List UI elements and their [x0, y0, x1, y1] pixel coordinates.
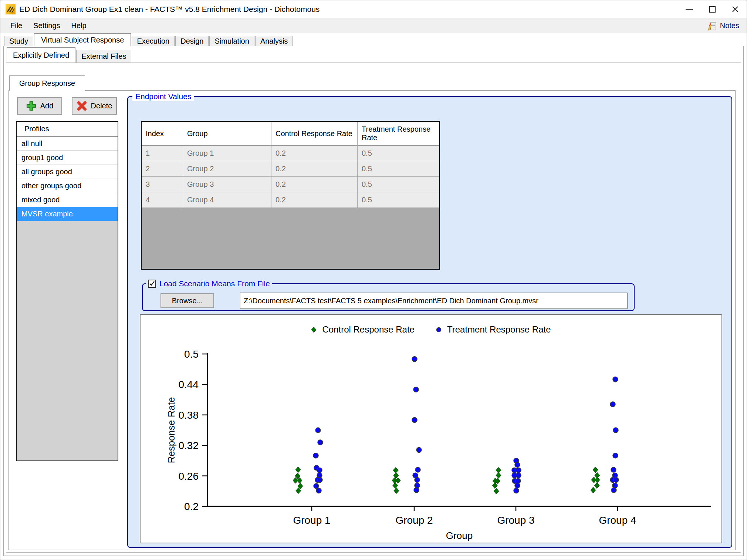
- delete-x-icon: [77, 101, 87, 111]
- menu-help[interactable]: Help: [66, 18, 92, 33]
- table-cell: 0.2: [271, 161, 358, 177]
- table-cell: 4: [142, 192, 183, 208]
- svg-text:0.32: 0.32: [179, 440, 199, 451]
- add-button[interactable]: Add: [17, 97, 62, 115]
- app-logo-icon: [6, 4, 16, 15]
- window-title: ED Dich Dominant Group Ex1 clean - FACTS…: [19, 5, 320, 14]
- svg-text:Response Rate: Response Rate: [166, 397, 177, 463]
- table-cell: 3: [142, 177, 183, 192]
- profile-item-mixed-good[interactable]: mixed good: [17, 193, 118, 207]
- delete-button[interactable]: Delete: [72, 97, 117, 115]
- tab-analysis[interactable]: Analysis: [255, 36, 293, 46]
- close-button[interactable]: [724, 0, 747, 18]
- endpoint-values-groupbox: Endpoint Values Index Group Control Resp…: [127, 92, 732, 548]
- table-cell: 0.5: [358, 192, 439, 208]
- table-cell: 2: [142, 161, 183, 177]
- tab-group-response[interactable]: Group Response: [9, 75, 85, 91]
- load-scenario-legend: Load Scenario Means From File: [146, 279, 272, 288]
- close-icon: [731, 5, 739, 13]
- profiles-list-empty-area: [17, 221, 118, 461]
- tab-virtual-subject-response[interactable]: Virtual Subject Response: [34, 33, 131, 46]
- svg-text:0.38: 0.38: [179, 409, 199, 421]
- table-cell: Group 4: [183, 192, 271, 208]
- main-tab-strip: Study Virtual Subject Response Execution…: [4, 33, 294, 46]
- svg-text:Group: Group: [446, 530, 473, 541]
- minimize-button[interactable]: [678, 0, 701, 18]
- add-button-label: Add: [40, 102, 54, 110]
- window-controls: [678, 0, 747, 18]
- table-cell: Group 3: [183, 177, 271, 192]
- load-scenario-checkbox[interactable]: [148, 280, 156, 288]
- scatter-plot: 0.20.260.320.380.440.5Group 1Group 2Grou…: [141, 315, 721, 543]
- col-header-control-response-rate: Control Response Rate: [271, 122, 358, 146]
- profile-item-other-groups-good[interactable]: other groups good: [17, 179, 118, 193]
- svg-text:0.5: 0.5: [184, 348, 199, 360]
- profile-item-all-null[interactable]: all null: [17, 137, 118, 151]
- tab-external-files[interactable]: External Files: [76, 50, 131, 63]
- maximize-button[interactable]: [701, 0, 724, 18]
- notes-button[interactable]: Notes: [707, 21, 739, 31]
- tab-explicitly-defined[interactable]: Explicitly Defined: [7, 47, 75, 63]
- load-scenario-groupbox: Load Scenario Means From File Browse...: [142, 279, 635, 311]
- secondary-tab-strip: Explicitly Defined External Files: [7, 47, 132, 63]
- endpoint-values-title: Endpoint Values: [132, 92, 194, 101]
- tab-simulation[interactable]: Simulation: [209, 36, 254, 46]
- minimize-icon: [686, 9, 693, 10]
- table-cell: 0.2: [271, 177, 358, 192]
- file-path-input[interactable]: [240, 293, 628, 309]
- svg-text:0.44: 0.44: [179, 379, 199, 390]
- col-header-group: Group: [183, 122, 271, 146]
- title-bar: ED Dich Dominant Group Ex1 clean - FACTS…: [0, 0, 747, 18]
- svg-text:Group 2: Group 2: [395, 515, 433, 526]
- app-window: ED Dich Dominant Group Ex1 clean - FACTS…: [0, 0, 747, 560]
- svg-text:0.2: 0.2: [184, 501, 199, 512]
- table-empty-area: [142, 208, 439, 269]
- profiles-list: Profiles all null group1 good all groups…: [16, 121, 118, 461]
- group-response-panel: Add Delete Profiles all null group1 good…: [9, 90, 736, 550]
- svg-text:Group 4: Group 4: [599, 515, 636, 526]
- notes-icon: [707, 21, 717, 31]
- checkmark-icon: [149, 280, 155, 287]
- add-plus-icon: [26, 101, 37, 111]
- tertiary-tab-strip: Group Response: [9, 75, 85, 91]
- profiles-list-header: Profiles: [17, 122, 118, 137]
- main-tab-panel: Explicitly Defined External Files Group …: [3, 46, 744, 556]
- col-header-treatment-response-rate: Treatment Response Rate: [358, 122, 439, 146]
- table-cell: 0.5: [358, 161, 439, 177]
- endpoint-values-table: Index Group Control Response Rate Treatm…: [141, 121, 440, 270]
- menu-bar: File Settings Help Notes: [0, 18, 747, 33]
- menu-settings[interactable]: Settings: [28, 18, 65, 33]
- table-cell: 0.5: [358, 146, 439, 161]
- table-cell: 0.2: [271, 192, 358, 208]
- load-scenario-label: Load Scenario Means From File: [159, 279, 270, 288]
- table-cell: 0.5: [358, 177, 439, 192]
- profile-item-group1-good[interactable]: group1 good: [17, 151, 118, 165]
- table-cell: 0.2: [271, 146, 358, 161]
- col-header-index: Index: [142, 122, 183, 146]
- tab-study[interactable]: Study: [4, 36, 33, 46]
- browse-button[interactable]: Browse...: [160, 293, 214, 308]
- tab-design[interactable]: Design: [175, 36, 209, 46]
- tab-execution[interactable]: Execution: [132, 36, 175, 46]
- table-cell: Group 1: [183, 146, 271, 161]
- svg-text:0.26: 0.26: [179, 470, 199, 482]
- svg-text:Group 1: Group 1: [293, 515, 330, 526]
- notes-label: Notes: [720, 21, 739, 30]
- table-cell: Group 2: [183, 161, 271, 177]
- response-rate-chart: Control Response Rate Treatment Response…: [140, 314, 722, 543]
- maximize-icon: [709, 6, 716, 13]
- table-cell: 1: [142, 146, 183, 161]
- profile-item-mvsr-example[interactable]: MVSR example: [17, 207, 118, 221]
- delete-button-label: Delete: [91, 102, 112, 110]
- profile-item-all-groups-good[interactable]: all groups good: [17, 165, 118, 179]
- svg-text:Group 3: Group 3: [497, 515, 534, 526]
- menu-file[interactable]: File: [5, 18, 28, 33]
- secondary-tab-panel: Group Response Add Delete: [6, 63, 741, 553]
